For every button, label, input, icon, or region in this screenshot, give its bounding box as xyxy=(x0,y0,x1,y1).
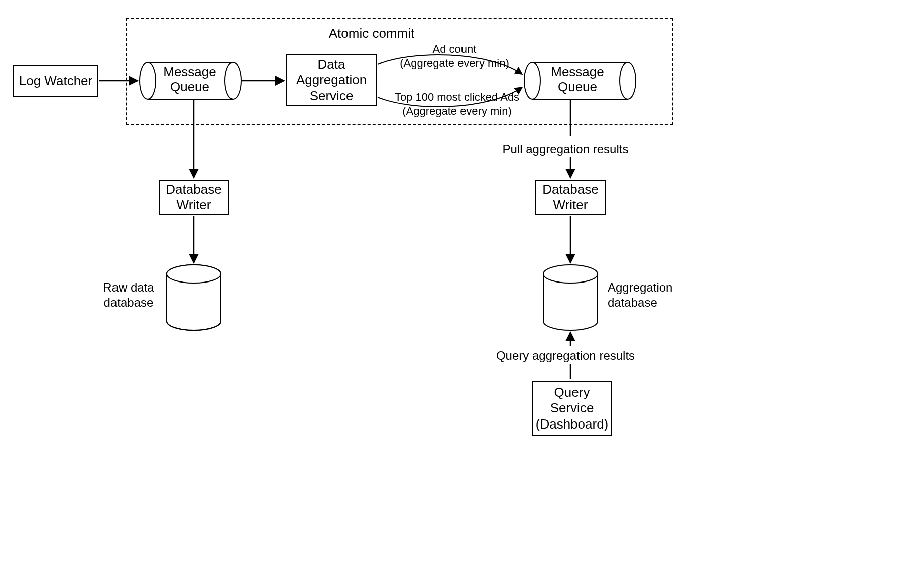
node-label: Database Writer xyxy=(166,182,221,213)
svg-rect-13 xyxy=(167,274,221,321)
label-aggregation-database: Aggregation database xyxy=(608,280,688,310)
node-database-writer-1: Database Writer xyxy=(159,180,229,215)
edge-label-ad-count: Ad count (Aggregate every min) xyxy=(389,42,520,70)
node-label: Data Aggregation Service xyxy=(296,57,367,104)
svg-point-14 xyxy=(167,265,221,283)
node-data-aggregation-service: Data Aggregation Service xyxy=(286,54,377,106)
node-database-writer-2: Database Writer xyxy=(535,180,606,215)
edge-label-query-results: Query aggregation results xyxy=(490,348,641,363)
node-label: Query Service (Dashboard) xyxy=(536,385,609,432)
node-query-service: Query Service (Dashboard) xyxy=(532,381,612,436)
edge-label-top-100: Top 100 most clicked Ads (Aggregate ever… xyxy=(382,90,532,118)
svg-point-10 xyxy=(167,265,221,283)
node-aggregation-database xyxy=(543,265,598,330)
node-log-watcher: Log Watcher xyxy=(13,65,98,97)
node-label: Log Watcher xyxy=(19,73,92,89)
label-raw-data-database: Raw data database xyxy=(93,280,164,310)
edge-label-pull-results: Pull aggregation results xyxy=(490,142,641,157)
diagram-canvas: Atomic commit Log Watcher Data Aggregati… xyxy=(0,0,924,565)
svg-point-18 xyxy=(543,265,598,283)
node-raw-data-database xyxy=(167,265,221,330)
svg-rect-17 xyxy=(543,274,598,321)
node-label: Database Writer xyxy=(542,182,598,213)
atomic-commit-title: Atomic commit xyxy=(321,25,422,42)
